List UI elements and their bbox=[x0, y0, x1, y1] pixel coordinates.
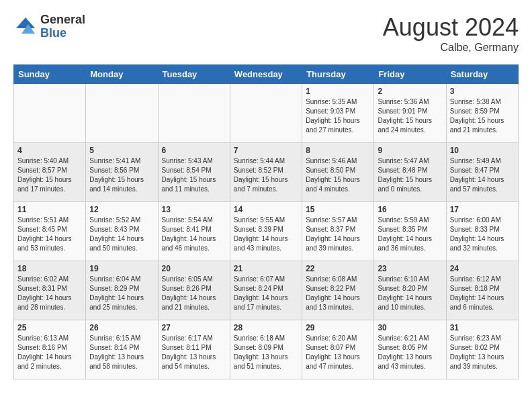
day-number: 9 bbox=[378, 146, 442, 155]
weekday-header-sunday: Sunday bbox=[14, 65, 86, 84]
day-info: Sunrise: 6:08 AM Sunset: 8:22 PM Dayligh… bbox=[306, 275, 370, 312]
day-number: 22 bbox=[306, 264, 370, 273]
day-number: 13 bbox=[162, 205, 226, 214]
calendar-cell: 21Sunrise: 6:07 AM Sunset: 8:24 PM Dayli… bbox=[230, 261, 302, 320]
calendar-cell: 20Sunrise: 6:05 AM Sunset: 8:26 PM Dayli… bbox=[158, 261, 230, 320]
day-number: 20 bbox=[162, 264, 226, 273]
day-info: Sunrise: 6:15 AM Sunset: 8:14 PM Dayligh… bbox=[89, 334, 154, 371]
calendar-cell: 3Sunrise: 5:38 AM Sunset: 8:59 PM Daylig… bbox=[446, 84, 518, 143]
day-info: Sunrise: 5:40 AM Sunset: 8:57 PM Dayligh… bbox=[17, 156, 82, 194]
day-info: Sunrise: 6:02 AM Sunset: 8:31 PM Dayligh… bbox=[17, 275, 82, 312]
day-info: Sunrise: 6:13 AM Sunset: 8:16 PM Dayligh… bbox=[17, 334, 82, 371]
day-number: 5 bbox=[89, 146, 154, 155]
calendar-table: SundayMondayTuesdayWednesdayThursdayFrid… bbox=[13, 64, 519, 379]
calendar-cell: 31Sunrise: 6:23 AM Sunset: 8:02 PM Dayli… bbox=[446, 320, 518, 379]
day-number: 28 bbox=[234, 323, 298, 332]
calendar-cell: 28Sunrise: 6:18 AM Sunset: 8:09 PM Dayli… bbox=[230, 320, 302, 379]
day-info: Sunrise: 6:18 AM Sunset: 8:09 PM Dayligh… bbox=[234, 334, 298, 371]
day-number: 27 bbox=[162, 323, 226, 332]
day-number: 19 bbox=[89, 264, 154, 273]
weekday-header-saturday: Saturday bbox=[446, 65, 518, 84]
week-row-4: 18Sunrise: 6:02 AM Sunset: 8:31 PM Dayli… bbox=[14, 261, 519, 320]
day-number: 2 bbox=[378, 87, 442, 96]
day-number: 12 bbox=[89, 205, 154, 214]
day-info: Sunrise: 6:07 AM Sunset: 8:24 PM Dayligh… bbox=[234, 275, 298, 312]
day-number: 17 bbox=[450, 205, 515, 214]
day-number: 21 bbox=[234, 264, 298, 273]
day-info: Sunrise: 5:57 AM Sunset: 8:37 PM Dayligh… bbox=[306, 216, 370, 253]
logo-icon bbox=[13, 15, 38, 39]
calendar-cell: 27Sunrise: 6:17 AM Sunset: 8:11 PM Dayli… bbox=[158, 320, 230, 379]
calendar-cell: 26Sunrise: 6:15 AM Sunset: 8:14 PM Dayli… bbox=[86, 320, 158, 379]
day-info: Sunrise: 5:59 AM Sunset: 8:35 PM Dayligh… bbox=[378, 216, 442, 253]
calendar-cell bbox=[14, 84, 86, 143]
calendar-cell: 9Sunrise: 5:47 AM Sunset: 8:48 PM Daylig… bbox=[374, 143, 446, 202]
calendar-cell: 14Sunrise: 5:55 AM Sunset: 8:39 PM Dayli… bbox=[230, 202, 302, 261]
calendar-cell: 17Sunrise: 6:00 AM Sunset: 8:33 PM Dayli… bbox=[446, 202, 518, 261]
calendar-cell: 15Sunrise: 5:57 AM Sunset: 8:37 PM Dayli… bbox=[302, 202, 374, 261]
day-number: 30 bbox=[378, 323, 442, 332]
day-info: Sunrise: 6:23 AM Sunset: 8:02 PM Dayligh… bbox=[450, 334, 515, 371]
day-info: Sunrise: 6:00 AM Sunset: 8:33 PM Dayligh… bbox=[450, 216, 515, 253]
day-number: 24 bbox=[450, 264, 515, 273]
day-info: Sunrise: 5:55 AM Sunset: 8:39 PM Dayligh… bbox=[234, 216, 298, 253]
weekday-header-thursday: Thursday bbox=[302, 65, 374, 84]
day-number: 31 bbox=[450, 323, 515, 332]
day-number: 16 bbox=[378, 205, 442, 214]
calendar-cell: 19Sunrise: 6:04 AM Sunset: 8:29 PM Dayli… bbox=[86, 261, 158, 320]
weekday-header-monday: Monday bbox=[86, 65, 158, 84]
calendar-cell: 13Sunrise: 5:54 AM Sunset: 8:41 PM Dayli… bbox=[158, 202, 230, 261]
calendar-cell: 12Sunrise: 5:52 AM Sunset: 8:43 PM Dayli… bbox=[86, 202, 158, 261]
day-number: 6 bbox=[162, 146, 226, 155]
calendar-cell: 10Sunrise: 5:49 AM Sunset: 8:47 PM Dayli… bbox=[446, 143, 518, 202]
weekday-header-tuesday: Tuesday bbox=[158, 65, 230, 84]
day-number: 3 bbox=[450, 87, 515, 96]
day-number: 29 bbox=[306, 323, 370, 332]
day-info: Sunrise: 5:36 AM Sunset: 9:01 PM Dayligh… bbox=[378, 97, 442, 135]
day-number: 18 bbox=[17, 264, 82, 273]
day-info: Sunrise: 6:04 AM Sunset: 8:29 PM Dayligh… bbox=[89, 275, 154, 312]
month-year-title: August 2024 bbox=[383, 13, 519, 42]
location-subtitle: Calbe, Germany bbox=[383, 42, 519, 54]
day-info: Sunrise: 5:41 AM Sunset: 8:56 PM Dayligh… bbox=[89, 156, 154, 194]
day-info: Sunrise: 6:12 AM Sunset: 8:18 PM Dayligh… bbox=[450, 275, 515, 312]
day-number: 4 bbox=[17, 146, 82, 155]
calendar-cell: 24Sunrise: 6:12 AM Sunset: 8:18 PM Dayli… bbox=[446, 261, 518, 320]
calendar-cell: 7Sunrise: 5:44 AM Sunset: 8:52 PM Daylig… bbox=[230, 143, 302, 202]
day-info: Sunrise: 6:05 AM Sunset: 8:26 PM Dayligh… bbox=[162, 275, 226, 312]
day-info: Sunrise: 6:21 AM Sunset: 8:05 PM Dayligh… bbox=[378, 334, 442, 371]
day-info: Sunrise: 6:20 AM Sunset: 8:07 PM Dayligh… bbox=[306, 334, 370, 371]
calendar-cell: 5Sunrise: 5:41 AM Sunset: 8:56 PM Daylig… bbox=[86, 143, 158, 202]
header-row: SundayMondayTuesdayWednesdayThursdayFrid… bbox=[14, 65, 519, 84]
day-number: 1 bbox=[306, 87, 370, 96]
calendar-cell: 1Sunrise: 5:35 AM Sunset: 9:03 PM Daylig… bbox=[302, 84, 374, 143]
day-number: 14 bbox=[234, 205, 298, 214]
day-number: 11 bbox=[17, 205, 82, 214]
calendar-cell: 8Sunrise: 5:46 AM Sunset: 8:50 PM Daylig… bbox=[302, 143, 374, 202]
calendar-cell: 30Sunrise: 6:21 AM Sunset: 8:05 PM Dayli… bbox=[374, 320, 446, 379]
calendar-cell: 23Sunrise: 6:10 AM Sunset: 8:20 PM Dayli… bbox=[374, 261, 446, 320]
logo-blue-text: Blue bbox=[40, 27, 85, 40]
calendar-cell bbox=[230, 84, 302, 143]
calendar-cell: 18Sunrise: 6:02 AM Sunset: 8:31 PM Dayli… bbox=[14, 261, 86, 320]
weekday-header-wednesday: Wednesday bbox=[230, 65, 302, 84]
logo-general-text: General bbox=[40, 13, 85, 27]
day-info: Sunrise: 5:47 AM Sunset: 8:48 PM Dayligh… bbox=[378, 156, 442, 194]
week-row-1: 1Sunrise: 5:35 AM Sunset: 9:03 PM Daylig… bbox=[14, 84, 519, 143]
day-info: Sunrise: 5:44 AM Sunset: 8:52 PM Dayligh… bbox=[234, 156, 298, 194]
calendar-cell: 6Sunrise: 5:43 AM Sunset: 8:54 PM Daylig… bbox=[158, 143, 230, 202]
day-info: Sunrise: 5:35 AM Sunset: 9:03 PM Dayligh… bbox=[306, 97, 370, 135]
day-info: Sunrise: 5:38 AM Sunset: 8:59 PM Dayligh… bbox=[450, 97, 515, 135]
day-number: 23 bbox=[378, 264, 442, 273]
calendar-cell bbox=[158, 84, 230, 143]
day-number: 25 bbox=[17, 323, 82, 332]
calendar-cell: 29Sunrise: 6:20 AM Sunset: 8:07 PM Dayli… bbox=[302, 320, 374, 379]
page-header: General Blue August 2024 Calbe, Germany bbox=[13, 13, 519, 54]
weekday-header-friday: Friday bbox=[374, 65, 446, 84]
day-info: Sunrise: 5:49 AM Sunset: 8:47 PM Dayligh… bbox=[450, 156, 515, 194]
day-number: 10 bbox=[450, 146, 515, 155]
day-info: Sunrise: 5:51 AM Sunset: 8:45 PM Dayligh… bbox=[17, 216, 82, 253]
calendar-cell: 25Sunrise: 6:13 AM Sunset: 8:16 PM Dayli… bbox=[14, 320, 86, 379]
day-number: 8 bbox=[306, 146, 370, 155]
day-info: Sunrise: 6:10 AM Sunset: 8:20 PM Dayligh… bbox=[378, 275, 442, 312]
